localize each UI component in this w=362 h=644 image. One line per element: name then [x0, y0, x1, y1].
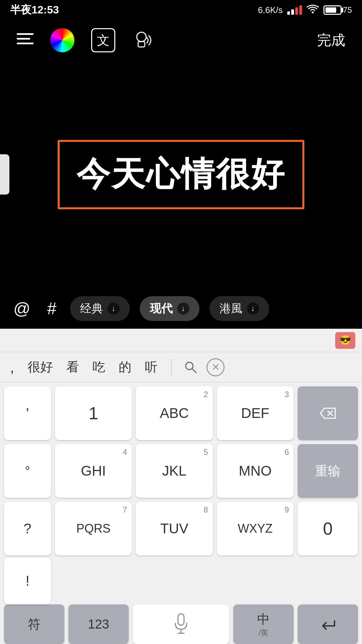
key-delete[interactable]: [298, 386, 358, 440]
at-button[interactable]: @: [10, 299, 34, 318]
font-chip-classic-label: 经典: [80, 301, 103, 316]
suggestion-item-0[interactable]: 很好: [24, 359, 56, 376]
svg-rect-2: [17, 38, 30, 40]
key-1[interactable]: 1: [55, 386, 132, 440]
keyboard-area: 😎 , 很好 看 吃 的 听 ✕ ' 1 2 ABC 3: [0, 329, 362, 644]
key-jkl[interactable]: 5 JKL: [136, 444, 213, 498]
translate-button[interactable]: 文: [91, 28, 115, 52]
key-label: 1: [88, 403, 98, 423]
battery-text: 75: [343, 5, 352, 15]
chinese-label: 中: [257, 611, 270, 628]
font-chip-modern[interactable]: 现代 ↓: [140, 296, 199, 321]
key-degree[interactable]: °: [4, 444, 51, 498]
suggestion-comma[interactable]: ,: [7, 359, 17, 376]
key-label: °: [25, 464, 30, 478]
text-align-icon[interactable]: [17, 32, 34, 49]
status-bar: 半夜12:53 6.6K/s 75: [0, 0, 362, 20]
network-speed: 6.6K/s: [258, 5, 283, 15]
color-picker-button[interactable]: [50, 28, 74, 52]
done-button[interactable]: 完成: [317, 31, 345, 50]
text-box-wrapper[interactable]: 今天心情很好: [58, 140, 304, 209]
chip-arrow-classic: ↓: [108, 303, 120, 315]
svg-line-7: [192, 369, 196, 373]
chip-arrow-modern: ↓: [177, 303, 189, 315]
key-number: 7: [123, 505, 127, 515]
key-label: 重输: [315, 463, 341, 480]
search-suggestions-button[interactable]: [182, 358, 200, 376]
battery-indicator: 75: [323, 5, 352, 15]
canvas-area: 今天心情很好: [0, 60, 362, 288]
key-mno[interactable]: 6 MNO: [217, 444, 294, 498]
signal-icon: [287, 5, 302, 15]
svg-rect-5: [138, 42, 145, 47]
bottom-row: 符 123 中 /英: [0, 604, 362, 644]
toolbar-left: 文: [17, 28, 156, 52]
key-label: ': [26, 405, 29, 421]
english-label: /英: [259, 628, 268, 638]
key-wxyz[interactable]: 9 WXYZ: [217, 502, 294, 555]
font-chip-modern-label: 现代: [150, 301, 173, 316]
svg-point-0: [312, 11, 314, 13]
key-question[interactable]: ?: [4, 502, 51, 555]
svg-point-4: [137, 32, 146, 42]
key-pqrs[interactable]: 7 PQRS: [55, 502, 132, 555]
key-ghi[interactable]: 4 GHI: [55, 444, 132, 498]
key-label: DEF: [241, 405, 269, 421]
key-label: WXYZ: [238, 522, 273, 536]
key-label: ABC: [160, 405, 189, 421]
svg-rect-10: [178, 614, 184, 625]
key-def[interactable]: 3 DEF: [217, 386, 294, 440]
key-enter[interactable]: [298, 604, 358, 644]
key-label: MNO: [239, 463, 272, 479]
suggestion-divider: [171, 359, 172, 376]
key-0[interactable]: 0: [298, 502, 358, 555]
translate-icon: 文: [97, 32, 110, 49]
font-chip-hk[interactable]: 港風 ↓: [209, 296, 269, 321]
key-microphone[interactable]: [133, 604, 229, 644]
chip-arrow-hk: ↓: [247, 303, 259, 315]
key-number: 2: [203, 390, 208, 399]
status-icons: 6.6K/s 75: [258, 4, 352, 16]
key-label: 0: [323, 519, 333, 539]
close-suggestions-button[interactable]: ✕: [206, 358, 225, 376]
key-label: GHI: [81, 463, 106, 479]
suggestion-item-2[interactable]: 吃: [89, 359, 109, 376]
text-content[interactable]: 今天心情很好: [70, 149, 292, 201]
hash-button[interactable]: #: [44, 299, 60, 318]
editor-toolbar: 文 完成: [0, 20, 362, 60]
emoji-button[interactable]: 😎: [335, 332, 355, 349]
key-number: 6: [285, 447, 289, 457]
font-chip-classic[interactable]: 经典 ↓: [70, 296, 130, 321]
suggestions-row: , 很好 看 吃 的 听 ✕: [0, 352, 362, 382]
suggestion-item-4[interactable]: 听: [141, 359, 161, 376]
key-chinese[interactable]: 中 /英: [233, 604, 294, 644]
symbol-label: 符: [28, 616, 41, 633]
text-box-outline: 今天心情很好: [58, 140, 304, 209]
key-label: !: [25, 573, 29, 589]
suggestion-item-1[interactable]: 看: [63, 359, 82, 376]
key-apostrophe[interactable]: ': [4, 386, 51, 440]
key-label: ?: [23, 521, 31, 537]
key-abc[interactable]: 2 ABC: [136, 386, 213, 440]
key-tuv[interactable]: 8 TUV: [136, 502, 213, 555]
tts-button[interactable]: [132, 28, 156, 52]
key-exclaim[interactable]: !: [4, 557, 51, 604]
key-123[interactable]: 123: [68, 604, 129, 644]
font-style-bar: @ # 经典 ↓ 现代 ↓ 港風 ↓: [0, 288, 362, 329]
font-chip-hk-label: 港風: [220, 301, 242, 316]
status-time: 半夜12:53: [10, 3, 59, 17]
suggestion-item-3[interactable]: 的: [115, 359, 135, 376]
side-handle[interactable]: [0, 154, 9, 195]
key-number: 4: [123, 447, 127, 457]
key-reset[interactable]: 重输: [298, 444, 358, 498]
num-label: 123: [88, 617, 109, 632]
wifi-icon: [307, 4, 319, 16]
key-number: 9: [285, 505, 289, 515]
key-number: 5: [203, 447, 208, 457]
emoji-bar: 😎: [0, 329, 362, 352]
key-label: PQRS: [76, 522, 111, 536]
key-label: JKL: [162, 463, 186, 479]
key-label: TUV: [160, 521, 188, 537]
svg-rect-1: [17, 33, 34, 35]
key-symbol[interactable]: 符: [4, 604, 64, 644]
